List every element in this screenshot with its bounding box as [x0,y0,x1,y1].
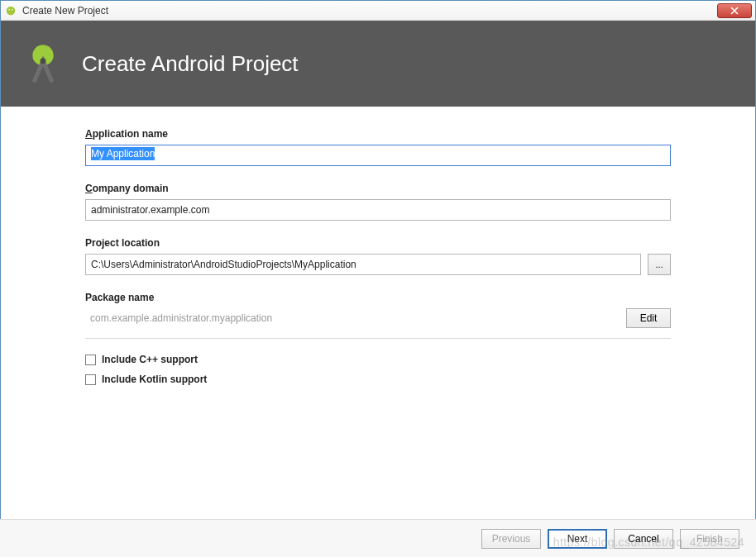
application-name-label: Application name [85,128,671,140]
checkbox-cpp-label: Include C++ support [102,354,198,365]
wizard-banner: Create Android Project [1,21,755,107]
svg-point-1 [8,8,10,10]
wizard-heading: Create Android Project [82,51,299,77]
next-button[interactable]: Next [548,529,607,549]
project-location-label: Project location [85,237,671,249]
window-title: Create New Project [22,5,108,17]
package-name-value: com.example.administrator.myapplication [85,309,620,327]
company-domain-label: Company domain [85,183,671,194]
edit-package-button[interactable]: Edit [626,308,671,328]
finish-button: Finish [680,529,739,549]
svg-point-4 [41,58,46,64]
browse-location-button[interactable]: ... [648,254,671,275]
svg-point-2 [12,8,13,10]
cancel-button[interactable]: Cancel [614,529,673,549]
checkbox-kotlin-support[interactable]: Include Kotlin support [85,374,671,385]
divider [85,338,671,339]
form-body: Application name My Application Company … [1,107,755,385]
application-name-value: My Application [91,147,155,160]
field-package-name: Package name com.example.administrator.m… [85,292,671,328]
android-studio-logo-icon [21,41,65,86]
field-company-domain: Company domain [85,183,671,221]
field-project-location: Project location ... [85,237,671,275]
project-location-input[interactable] [85,254,641,275]
wizard-footer: Previous Next Cancel Finish [0,519,756,557]
field-application-name: Application name My Application [85,128,671,166]
app-icon [4,4,17,17]
close-button[interactable] [717,3,752,18]
checkbox-box-icon [85,355,96,365]
previous-button: Previous [481,529,541,549]
company-domain-input[interactable] [85,199,671,221]
checkbox-box-icon [85,374,96,385]
titlebar: Create New Project [1,1,755,21]
application-name-input[interactable]: My Application [85,145,671,166]
checkbox-kotlin-label: Include Kotlin support [102,374,207,385]
package-name-label: Package name [85,292,671,303]
checkbox-cpp-support[interactable]: Include C++ support [85,354,671,365]
svg-point-0 [7,6,16,15]
